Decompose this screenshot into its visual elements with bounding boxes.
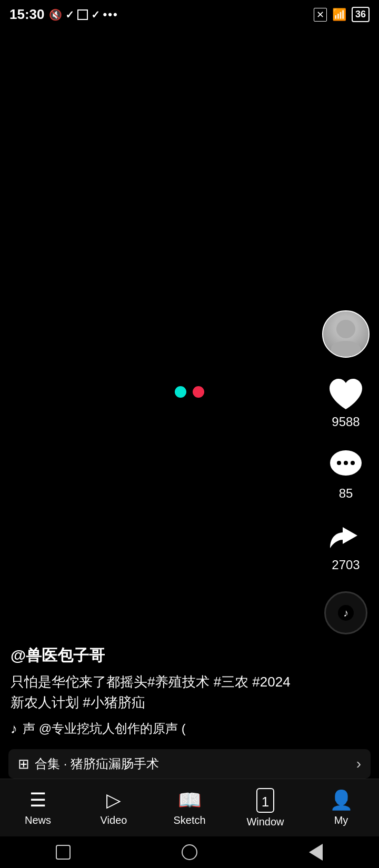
video-info-overlay: @兽医包子哥 只怕是华佗来了都摇头#养殖技术 #三农 #2024新农人计划 #小… bbox=[0, 645, 311, 755]
like-button-container[interactable]: 9588 bbox=[327, 377, 365, 429]
author-avatar-container[interactable] bbox=[322, 310, 370, 358]
sketch-label: Sketch bbox=[173, 814, 205, 826]
sim-icon: ✕ bbox=[314, 8, 327, 22]
like-count: 9588 bbox=[332, 415, 360, 429]
share-button-container[interactable]: 2703 bbox=[327, 520, 365, 572]
news-label: News bbox=[25, 814, 51, 826]
music-info-row[interactable]: ♪ 声 @专业挖坑人创作的原声 ( bbox=[11, 720, 300, 737]
dot-cyan bbox=[175, 386, 186, 398]
collection-row[interactable]: ⊞ 合集 · 猪脐疝漏肠手术 › bbox=[8, 749, 371, 779]
status-right-icons: ✕ 📶 36 bbox=[314, 7, 370, 22]
my-label: My bbox=[334, 814, 348, 826]
collection-row-container[interactable]: ⊞ 合集 · 猪脐疝漏肠手术 › bbox=[8, 749, 371, 779]
video-username[interactable]: @兽医包子哥 bbox=[11, 645, 300, 667]
status-icons: 🔇 ✓ ✓ ••• bbox=[49, 8, 118, 22]
nav-item-sketch[interactable]: 📖 Sketch bbox=[152, 789, 227, 826]
mute-icon: 🔇 bbox=[49, 8, 62, 21]
square-nav-icon bbox=[56, 845, 71, 860]
comment-button-container[interactable]: 85 bbox=[327, 448, 365, 501]
check2-icon: ✓ bbox=[91, 8, 100, 21]
status-bar: 15:30 🔇 ✓ ✓ ••• ✕ 📶 36 bbox=[0, 0, 379, 29]
sys-home-button[interactable] bbox=[178, 841, 201, 863]
nav-item-news[interactable]: ☰ News bbox=[0, 789, 76, 826]
tiktok-logo: ♪ bbox=[343, 607, 348, 619]
comment-count: 85 bbox=[339, 486, 353, 501]
loading-indicator bbox=[175, 386, 204, 398]
music-icon: ♪ bbox=[11, 721, 17, 737]
nav-item-video[interactable]: ▷ Video bbox=[76, 789, 152, 826]
status-time: 15:30 🔇 ✓ ✓ ••• bbox=[9, 6, 118, 23]
check-icon: ✓ bbox=[65, 8, 74, 21]
battery-indicator: 36 bbox=[352, 7, 370, 22]
right-action-bar: 9588 85 2703 ♪ bbox=[322, 310, 370, 634]
wifi-icon: 📶 bbox=[332, 8, 346, 22]
dots-icon: ••• bbox=[103, 8, 118, 22]
sketch-icon: 📖 bbox=[178, 789, 202, 811]
window-icon-container: 1 bbox=[256, 788, 274, 813]
like-button[interactable] bbox=[327, 377, 365, 411]
sys-square-button[interactable] bbox=[52, 841, 74, 863]
video-icon: ▷ bbox=[106, 789, 121, 811]
square-icon bbox=[77, 9, 88, 20]
window-label: Window bbox=[246, 816, 284, 828]
system-nav-bar bbox=[0, 836, 379, 868]
author-avatar[interactable] bbox=[322, 310, 370, 358]
comment-button[interactable] bbox=[327, 448, 365, 483]
collection-arrow-icon: › bbox=[356, 755, 361, 772]
dot-red bbox=[193, 386, 204, 398]
sys-back-button[interactable] bbox=[305, 841, 327, 863]
svg-point-2 bbox=[337, 461, 341, 465]
layers-icon: ⊞ bbox=[18, 756, 29, 772]
share-count: 2703 bbox=[332, 558, 360, 572]
triangle-nav-icon bbox=[309, 844, 323, 861]
bottom-nav: ☰ News ▷ Video 📖 Sketch 1 Window 👤 My bbox=[0, 779, 379, 836]
news-icon: ☰ bbox=[29, 789, 46, 811]
collection-label: 合集 · 猪脐疝漏肠手术 bbox=[35, 755, 159, 772]
share-button[interactable] bbox=[327, 520, 365, 554]
music-text: 声 @专业挖坑人创作的原声 ( bbox=[23, 720, 186, 737]
music-disc[interactable]: ♪ bbox=[324, 591, 367, 634]
circle-nav-icon bbox=[182, 844, 197, 860]
video-label: Video bbox=[101, 814, 127, 826]
svg-point-4 bbox=[351, 461, 355, 465]
video-description: 只怕是华佗来了都摇头#养殖技术 #三农 #2024新农人计划 #小猪脐疝 bbox=[11, 672, 300, 713]
nav-item-my[interactable]: 👤 My bbox=[303, 789, 379, 826]
svg-point-3 bbox=[344, 461, 348, 465]
my-icon: 👤 bbox=[330, 789, 353, 811]
window-icon: 1 bbox=[256, 788, 274, 813]
nav-item-window[interactable]: 1 Window bbox=[227, 788, 303, 828]
